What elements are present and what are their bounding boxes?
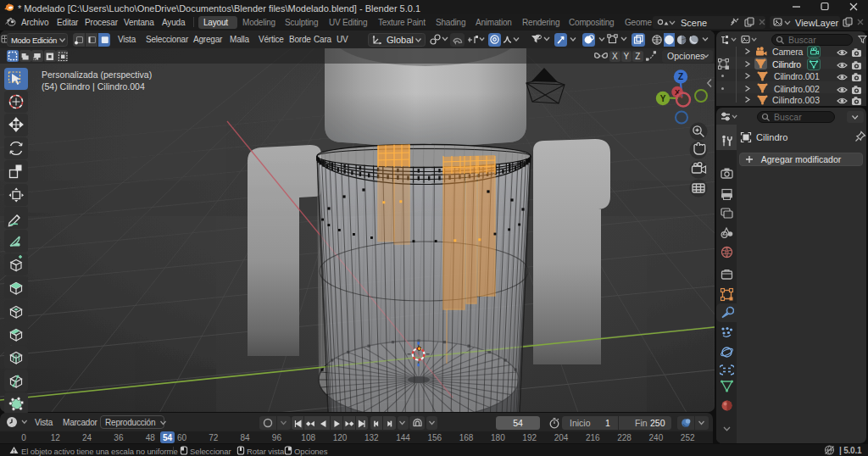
svg-text:Y: Y [660, 94, 666, 103]
svg-text:Z: Z [678, 72, 683, 81]
